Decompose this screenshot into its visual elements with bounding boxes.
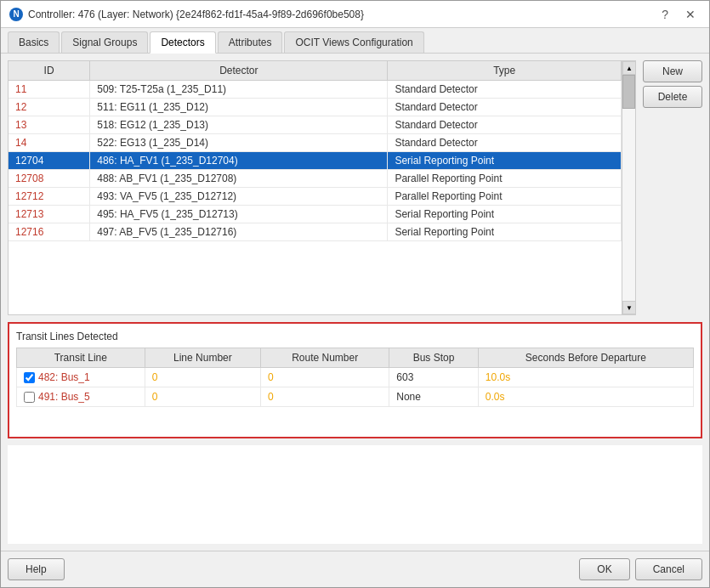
- cell-type: Serial Reporting Point: [388, 223, 622, 241]
- cell-detector: 495: HA_FV5 (1_235_D12713): [90, 206, 388, 223]
- cell-type: Standard Detector: [388, 116, 622, 134]
- col-id: ID: [9, 61, 90, 81]
- table-scrollbar[interactable]: ▲ ▼: [622, 61, 635, 314]
- cell-id: 12712: [9, 188, 90, 206]
- cell-detector: 511: EG11 (1_235_D12): [90, 99, 388, 116]
- transit-col-line-number: Line Number: [145, 348, 260, 368]
- title-bar-controls: ? ✕: [656, 6, 701, 23]
- empty-area: [8, 445, 702, 545]
- transit-cell-bus-stop: 603: [389, 368, 479, 387]
- cell-id: 14: [9, 134, 90, 152]
- tab-detectors[interactable]: Detectors: [150, 31, 215, 54]
- detector-table-container: ID Detector Type 11 509: T25-T25a (1_235…: [8, 60, 636, 315]
- scroll-track[interactable]: [622, 75, 635, 301]
- table-scroll[interactable]: ID Detector Type 11 509: T25-T25a (1_235…: [9, 61, 622, 314]
- tab-bar: Basics Signal Groups Detectors Attribute…: [1, 28, 709, 54]
- cell-id: 12: [9, 99, 90, 116]
- col-type: Type: [388, 61, 622, 81]
- table-with-scroll: ID Detector Type 11 509: T25-T25a (1_235…: [9, 61, 635, 314]
- detector-table: ID Detector Type 11 509: T25-T25a (1_235…: [9, 61, 622, 241]
- transit-line-label: 491: Bus_5: [38, 391, 90, 403]
- tab-attributes[interactable]: Attributes: [218, 31, 283, 53]
- cell-id: 13: [9, 116, 90, 134]
- transit-table: Transit Line Line Number Route Number Bu…: [16, 348, 694, 407]
- cell-type: Standard Detector: [388, 134, 622, 152]
- cell-detector: 488: AB_FV1 (1_235_D12708): [90, 170, 388, 188]
- cell-id: 12716: [9, 223, 90, 241]
- table-row[interactable]: 12708 488: AB_FV1 (1_235_D12708) Paralle…: [9, 170, 622, 188]
- tab-basics[interactable]: Basics: [8, 31, 60, 53]
- ok-button[interactable]: OK: [579, 558, 629, 580]
- cell-id: 11: [9, 81, 90, 99]
- cell-detector: 493: VA_FV5 (1_235_D12712): [90, 188, 388, 206]
- table-row[interactable]: 12713 495: HA_FV5 (1_235_D12713) Serial …: [9, 206, 622, 223]
- table-row[interactable]: 12716 497: AB_FV5 (1_235_D12716) Serial …: [9, 223, 622, 241]
- col-detector: Detector: [90, 61, 388, 81]
- transit-cell-line: 482: Bus_1: [17, 368, 145, 387]
- app-icon: N: [9, 8, 23, 21]
- transit-col-route: Route Number: [261, 348, 389, 368]
- cell-detector: 486: HA_FV1 (1_235_D12704): [90, 152, 388, 170]
- cell-type: Serial Reporting Point: [388, 206, 622, 223]
- transit-col-line: Transit Line: [17, 348, 145, 368]
- transit-cell-seconds: 0.0s: [478, 387, 693, 407]
- transit-cell-seconds: 10.0s: [478, 368, 693, 387]
- cell-type: Parallel Reporting Point: [388, 188, 622, 206]
- cell-type: Serial Reporting Point: [388, 152, 622, 170]
- table-row[interactable]: 13 518: EG12 (1_235_D13) Standard Detect…: [9, 116, 622, 134]
- side-buttons: New Delete: [643, 60, 702, 315]
- cell-detector: 522: EG13 (1_235_D14): [90, 134, 388, 152]
- main-window: N Controller: 476 (Layer: Network) {2e24…: [0, 0, 710, 588]
- cell-type: Parallel Reporting Point: [388, 170, 622, 188]
- tab-ocit-views[interactable]: OCIT Views Configuration: [284, 31, 423, 53]
- cell-id: 12704: [9, 152, 90, 170]
- scroll-thumb[interactable]: [622, 75, 635, 109]
- cell-type: Standard Detector: [388, 81, 622, 99]
- transit-cell-bus-stop: None: [389, 387, 479, 407]
- transit-cell-route: 0: [261, 387, 389, 407]
- help-button[interactable]: Help: [8, 558, 65, 580]
- help-icon-button[interactable]: ?: [656, 6, 673, 23]
- title-bar: N Controller: 476 (Layer: Network) {2e24…: [1, 1, 709, 28]
- main-panel: ID Detector Type 11 509: T25-T25a (1_235…: [8, 60, 702, 315]
- transit-col-bus-stop: Bus Stop: [389, 348, 479, 368]
- transit-cell-line-number: 0: [145, 387, 260, 407]
- cell-detector: 509: T25-T25a (1_235_D11): [90, 81, 388, 99]
- transit-col-seconds: Seconds Before Departure: [478, 348, 693, 368]
- transit-cell-route: 0: [261, 368, 389, 387]
- new-button[interactable]: New: [643, 60, 702, 82]
- content-area: ID Detector Type 11 509: T25-T25a (1_235…: [1, 54, 709, 551]
- transit-line-label: 482: Bus_1: [38, 371, 90, 383]
- scroll-up-btn[interactable]: ▲: [622, 61, 635, 75]
- transit-row: 491: Bus_5 0 0 None 0.0s: [17, 387, 694, 407]
- transit-row: 482: Bus_1 0 0 603 10.0s: [17, 368, 694, 387]
- close-button[interactable]: ✕: [680, 6, 701, 23]
- table-row[interactable]: 14 522: EG13 (1_235_D14) Standard Detect…: [9, 134, 622, 152]
- transit-cell-line: 491: Bus_5: [17, 387, 145, 407]
- table-row[interactable]: 12704 486: HA_FV1 (1_235_D12704) Serial …: [9, 152, 622, 170]
- bottom-right-buttons: OK Cancel: [579, 558, 702, 580]
- table-row[interactable]: 12712 493: VA_FV5 (1_235_D12712) Paralle…: [9, 188, 622, 206]
- transit-checkbox[interactable]: [24, 392, 35, 403]
- transit-title: Transit Lines Detected: [16, 331, 694, 342]
- transit-cell-line-number: 0: [145, 368, 260, 387]
- scroll-down-btn[interactable]: ▼: [622, 301, 635, 314]
- table-row[interactable]: 12 511: EG11 (1_235_D12) Standard Detect…: [9, 99, 622, 116]
- cell-detector: 497: AB_FV5 (1_235_D12716): [90, 223, 388, 241]
- cell-id: 12713: [9, 206, 90, 223]
- cell-detector: 518: EG12 (1_235_D13): [90, 116, 388, 134]
- title-bar-left: N Controller: 476 (Layer: Network) {2e24…: [9, 8, 364, 21]
- tab-signal-groups[interactable]: Signal Groups: [61, 31, 148, 53]
- transit-checkbox[interactable]: [24, 372, 35, 383]
- window-title: Controller: 476 (Layer: Network) {2e24f8…: [28, 8, 364, 20]
- cell-id: 12708: [9, 170, 90, 188]
- delete-button[interactable]: Delete: [643, 86, 702, 108]
- bottom-bar: Help OK Cancel: [1, 551, 709, 587]
- table-row[interactable]: 11 509: T25-T25a (1_235_D11) Standard De…: [9, 81, 622, 99]
- transit-section: Transit Lines Detected Transit Line Line…: [8, 322, 702, 438]
- cell-type: Standard Detector: [388, 99, 622, 116]
- cancel-button[interactable]: Cancel: [635, 558, 702, 580]
